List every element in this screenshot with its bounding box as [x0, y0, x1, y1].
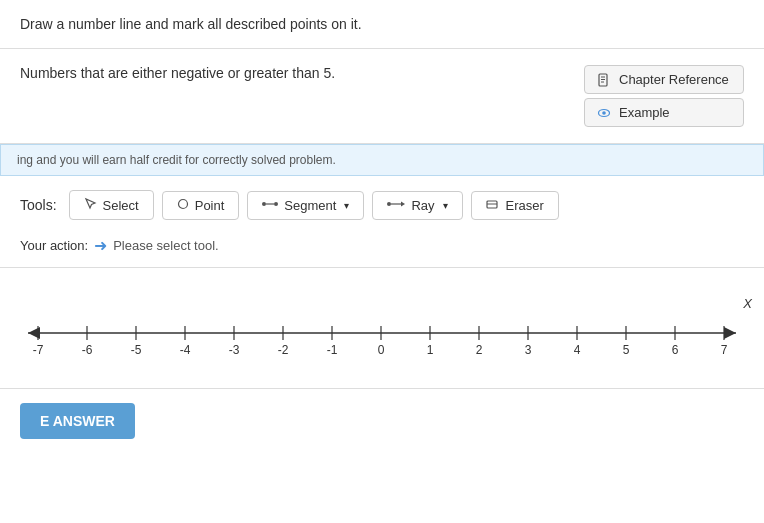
eye-icon [597, 106, 611, 120]
example-button[interactable]: Example [584, 98, 744, 127]
x-axis-label: X [743, 296, 752, 311]
select-tool-label: Select [103, 198, 139, 213]
svg-text:1: 1 [427, 343, 434, 357]
svg-text:6: 6 [672, 343, 679, 357]
banner-text: ing and you will earn half credit for co… [17, 153, 336, 167]
example-label: Example [619, 105, 670, 120]
svg-marker-12 [401, 201, 405, 206]
question-text: Numbers that are either negative or grea… [20, 65, 584, 81]
svg-text:-6: -6 [82, 343, 93, 357]
svg-text:-4: -4 [180, 343, 191, 357]
question-row: Numbers that are either negative or grea… [0, 49, 764, 144]
svg-point-10 [387, 202, 391, 206]
point-tool-button[interactable]: Point [162, 191, 240, 220]
svg-point-6 [178, 199, 187, 208]
submit-area: E ANSWER [0, 388, 764, 453]
info-banner: ing and you will earn half credit for co… [0, 144, 764, 176]
point-icon [177, 198, 189, 213]
ray-tool-button[interactable]: Ray ▾ [372, 191, 462, 220]
svg-point-7 [262, 202, 266, 206]
segment-tool-button[interactable]: Segment ▾ [247, 191, 364, 220]
segment-dropdown-arrow: ▾ [344, 200, 349, 211]
svg-text:-2: -2 [278, 343, 289, 357]
segment-tool-label: Segment [284, 198, 336, 213]
numberline-area[interactable]: X -7 -6 -5 -4 -3 -2 -1 [0, 268, 764, 388]
svg-text:5: 5 [623, 343, 630, 357]
instruction-area: Draw a number line and mark all describe… [0, 0, 764, 49]
svg-text:2: 2 [476, 343, 483, 357]
select-icon [84, 197, 97, 213]
select-tool-button[interactable]: Select [69, 190, 154, 220]
tools-label: Tools: [20, 197, 57, 213]
svg-text:0: 0 [378, 343, 385, 357]
book-icon [597, 73, 611, 87]
action-row: Your action: ➜ Please select tool. [0, 230, 764, 268]
action-text: Please select tool. [113, 238, 219, 253]
eraser-tool-button[interactable]: Eraser [471, 191, 559, 220]
svg-text:-3: -3 [229, 343, 240, 357]
numberline-svg[interactable]: -7 -6 -5 -4 -3 -2 -1 0 1 2 3 4 5 [20, 308, 744, 368]
action-arrow-icon: ➜ [94, 236, 107, 255]
action-label: Your action: [20, 238, 88, 253]
reference-panel: Chapter Reference Example [584, 65, 744, 127]
svg-text:-1: -1 [327, 343, 338, 357]
svg-text:-7: -7 [33, 343, 44, 357]
submit-button[interactable]: E ANSWER [20, 403, 135, 439]
ray-icon [387, 198, 405, 213]
svg-point-9 [274, 202, 278, 206]
eraser-tool-label: Eraser [506, 198, 544, 213]
submit-label: E ANSWER [40, 413, 115, 429]
point-tool-label: Point [195, 198, 225, 213]
eraser-icon [486, 198, 500, 213]
tools-area: Tools: Select Point Segment ▾ [0, 176, 764, 230]
svg-text:4: 4 [574, 343, 581, 357]
svg-text:7: 7 [721, 343, 728, 357]
svg-text:3: 3 [525, 343, 532, 357]
instruction-text: Draw a number line and mark all describe… [20, 16, 744, 32]
ray-tool-label: Ray [411, 198, 434, 213]
chapter-reference-label: Chapter Reference [619, 72, 729, 87]
ray-dropdown-arrow: ▾ [443, 200, 448, 211]
svg-marker-17 [724, 327, 736, 339]
numberline-container[interactable]: -7 -6 -5 -4 -3 -2 -1 0 1 2 3 4 5 [20, 308, 744, 368]
segment-icon [262, 198, 278, 213]
svg-text:-5: -5 [131, 343, 142, 357]
svg-point-5 [602, 111, 606, 115]
chapter-reference-button[interactable]: Chapter Reference [584, 65, 744, 94]
